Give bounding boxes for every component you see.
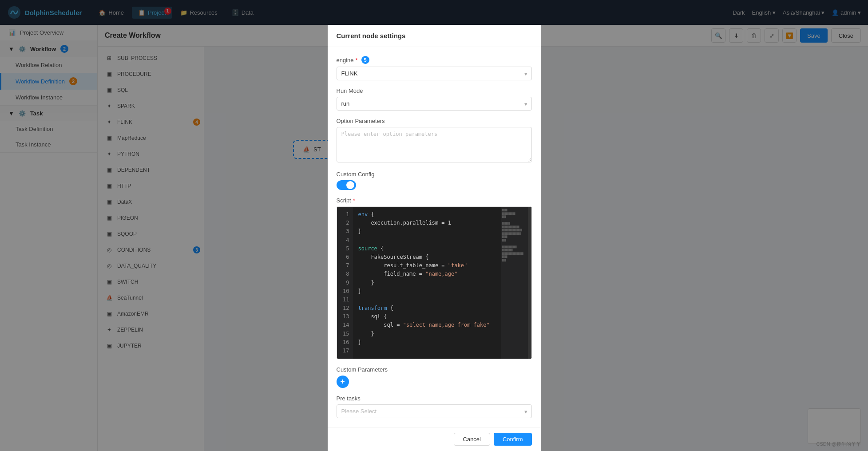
cancel-button[interactable]: Cancel <box>454 433 490 446</box>
code-content[interactable]: env { execution.parallelism = 1 } source… <box>353 207 501 359</box>
custom-config-group: Custom Config <box>337 171 532 190</box>
engine-label: engine * 5 <box>337 56 532 64</box>
code-scrollbar[interactable] <box>528 207 531 359</box>
modal-header: Current node settings <box>328 25 541 47</box>
run-mode-select-wrapper: run run-application <box>337 97 532 111</box>
pre-tasks-select[interactable]: Please Select <box>337 404 532 418</box>
pre-tasks-label: Pre tasks <box>337 395 532 402</box>
engine-group: engine * 5 FLINK SPARK STORM <box>337 56 532 80</box>
option-params-group: Option Parameters <box>337 118 532 164</box>
line-numbers: 1234567891011121314151617 <box>337 207 353 359</box>
code-editor[interactable]: 1234567891011121314151617 env { executio… <box>337 206 532 359</box>
script-group: Script * 1234567891011121314151617 env {… <box>337 197 532 359</box>
custom-params-label: Custom Parameters <box>337 366 532 373</box>
confirm-button[interactable]: Confirm <box>494 433 532 446</box>
modal-overlay[interactable]: Current node settings engine * 5 FLINK S… <box>0 0 868 451</box>
custom-params-group: Custom Parameters + <box>337 366 532 388</box>
engine-select-wrapper: FLINK SPARK STORM <box>337 67 532 80</box>
add-param-button[interactable]: + <box>337 376 349 388</box>
run-mode-group: Run Mode run run-application <box>337 87 532 111</box>
option-params-textarea[interactable] <box>337 127 532 162</box>
script-label: Script * <box>337 197 532 204</box>
modal: Current node settings engine * 5 FLINK S… <box>328 25 541 451</box>
code-minimap: ████████████████████████████████████████… <box>501 207 528 359</box>
code-editor-inner: 1234567891011121314151617 env { executio… <box>337 207 531 359</box>
run-mode-select[interactable]: run run-application <box>337 97 532 111</box>
engine-badge: 5 <box>361 56 369 64</box>
custom-config-label: Custom Config <box>337 171 532 178</box>
modal-body: engine * 5 FLINK SPARK STORM Run Mode <box>328 47 541 427</box>
custom-config-toggle[interactable] <box>337 180 356 190</box>
modal-footer: Cancel Confirm <box>328 427 541 451</box>
pre-tasks-select-wrapper: Please Select <box>337 404 532 418</box>
option-params-label: Option Parameters <box>337 118 532 124</box>
pre-tasks-group: Pre tasks Please Select <box>337 395 532 418</box>
run-mode-label: Run Mode <box>337 87 532 94</box>
engine-select[interactable]: FLINK SPARK STORM <box>337 67 532 80</box>
